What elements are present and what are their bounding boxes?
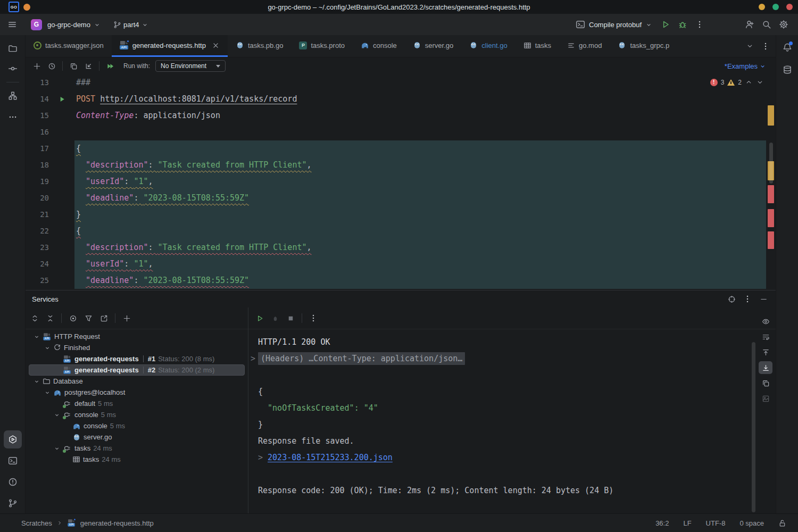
console-scrollbar[interactable]: [752, 342, 755, 512]
structure-tool-button[interactable]: [4, 87, 22, 105]
copy-request-button[interactable]: [66, 59, 80, 73]
warning-stripe-mark[interactable]: [768, 105, 774, 126]
search-everywhere-button[interactable]: [760, 18, 774, 31]
commit-tool-button[interactable]: [4, 60, 22, 78]
project-badge[interactable]: G: [31, 19, 42, 30]
tree-item-default-session[interactable]: default 5 ms: [29, 398, 245, 409]
tree-item-tasks-session[interactable]: tasks 24 ms: [29, 443, 245, 454]
tab-tasks-proto[interactable]: P tasks.proto: [291, 35, 353, 57]
tab-tasks-table[interactable]: tasks: [516, 35, 559, 57]
problems-tool-button[interactable]: [4, 473, 22, 491]
scroll-to-end-button[interactable]: [759, 361, 772, 374]
project-chevron-down-icon[interactable]: [94, 21, 101, 28]
view-options-eye-button[interactable]: [759, 315, 772, 328]
run-all-requests-button[interactable]: [103, 59, 117, 73]
error-stripe-mark[interactable]: [768, 231, 774, 249]
project-name[interactable]: go-grpc-demo: [47, 21, 90, 29]
scroll-to-top-button[interactable]: [759, 346, 772, 359]
services-view-mode-button[interactable]: [725, 292, 738, 306]
tree-item-console-file[interactable]: console 5 ms: [29, 420, 245, 431]
caret-position[interactable]: 36:2: [655, 519, 669, 527]
project-tool-button[interactable]: [4, 39, 22, 57]
soft-wrap-button[interactable]: [759, 330, 772, 343]
response-file-link[interactable]: 2023-08-15T215233.200.json: [268, 453, 393, 462]
code-with-me-button[interactable]: [743, 18, 757, 31]
services-options-kebab-icon[interactable]: [741, 292, 754, 306]
rerun-request-button[interactable]: [253, 311, 267, 325]
debug-request-button[interactable]: [268, 311, 282, 325]
open-in-new-tab-button[interactable]: [97, 311, 111, 325]
unlock-icon[interactable]: [778, 519, 786, 527]
collapse-all-button[interactable]: [43, 311, 57, 325]
tab-tasks-swagger-json[interactable]: tasks.swagger.json: [26, 35, 112, 57]
request-history-button[interactable]: [45, 59, 59, 73]
next-problem-chevron-down-icon[interactable]: [756, 78, 764, 86]
show-image-button[interactable]: [759, 392, 772, 405]
fold-chevron-icon[interactable]: >: [251, 354, 255, 363]
minimize-window-button[interactable]: [759, 4, 765, 10]
add-request-button[interactable]: [30, 59, 44, 73]
main-menu-button[interactable]: [5, 18, 19, 31]
terminal-tool-button[interactable]: [4, 452, 22, 470]
vcs-branch-widget[interactable]: part4: [113, 21, 148, 29]
run-configuration-selector[interactable]: Compile protobuf: [572, 18, 655, 31]
convert-import-button[interactable]: [81, 59, 95, 73]
run-button[interactable]: [659, 18, 672, 31]
more-tool-windows-button[interactable]: [4, 108, 22, 126]
examples-chevron-down-icon: [759, 63, 766, 70]
debug-button[interactable]: [676, 18, 689, 31]
tree-item-request-2[interactable]: API generated-requests #2 Status: 200 (2…: [29, 364, 245, 376]
line-ending[interactable]: LF: [683, 519, 691, 527]
show-options-button[interactable]: [66, 311, 80, 325]
more-actions-button[interactable]: [693, 18, 706, 31]
tab-generated-requests-http[interactable]: API generated-requests.http: [112, 35, 228, 57]
response-headers-folded[interactable]: >(Headers) …Content-Type: application/js…: [248, 351, 776, 367]
services-tool-button[interactable]: [4, 430, 22, 448]
copy-response-button[interactable]: [759, 377, 772, 389]
services-minimize-button[interactable]: [757, 292, 770, 306]
response-console[interactable]: HTTP/1.1 200 OK >(Headers) …Content-Type…: [248, 329, 776, 513]
console-options-kebab-icon[interactable]: [306, 311, 320, 325]
tab-client-go[interactable]: client.go: [461, 35, 515, 57]
tab-console[interactable]: console: [353, 35, 405, 57]
breadcrumb-file[interactable]: generated-requests.http: [80, 519, 154, 527]
inspections-widget[interactable]: ! 3 2: [710, 78, 764, 86]
hidden-tabs-chevron-icon[interactable]: [743, 39, 757, 53]
expand-all-button[interactable]: [28, 311, 41, 325]
environment-select[interactable]: No Environment: [155, 60, 226, 72]
stop-button[interactable]: [284, 311, 297, 325]
tree-item-finished[interactable]: Finished: [29, 342, 245, 353]
editor-scrollbar[interactable]: [769, 143, 773, 184]
tree-item-postgres-localhost[interactable]: postgres@localhost: [29, 387, 245, 398]
services-tree-toolbar: [26, 307, 248, 329]
tree-item-console-session[interactable]: console 5 ms: [29, 409, 245, 420]
filter-button[interactable]: [81, 311, 95, 325]
tab-tasks-pb-go[interactable]: tasks.pb.go: [228, 35, 292, 57]
editor-pane[interactable]: 13 ### 14 POST http://localhost:8081/api…: [26, 74, 776, 290]
close-tab-icon[interactable]: [212, 41, 220, 49]
tab-options-kebab-icon[interactable]: [759, 39, 772, 53]
tab-go-mod[interactable]: go.mod: [559, 35, 610, 57]
error-stripe-mark[interactable]: [768, 185, 774, 203]
tree-item-tasks-table[interactable]: tasks 24 ms: [29, 454, 245, 465]
tree-item-database[interactable]: Database: [29, 376, 245, 387]
examples-dropdown[interactable]: *Examples: [725, 62, 776, 70]
add-service-button[interactable]: [120, 311, 134, 325]
maximize-window-button[interactable]: [772, 4, 779, 10]
notifications-bell-button[interactable]: [778, 39, 796, 57]
indent-setting[interactable]: 0 space: [739, 519, 764, 527]
git-tool-button[interactable]: [4, 494, 22, 512]
close-window-button[interactable]: [786, 4, 793, 10]
file-encoding[interactable]: UTF-8: [706, 519, 726, 527]
tree-item-server-go[interactable]: server.go: [29, 431, 245, 443]
settings-button[interactable]: [777, 18, 791, 31]
breadcrumb-root[interactable]: Scratches: [21, 519, 52, 527]
database-tool-button[interactable]: [778, 61, 796, 79]
run-request-gutter-icon[interactable]: [58, 95, 66, 103]
tree-item-http-request[interactable]: API HTTP Request: [29, 331, 245, 342]
prev-problem-chevron-up-icon[interactable]: [745, 78, 753, 86]
tab-tasks-grpc[interactable]: tasks_grpc.p: [610, 35, 677, 57]
tab-server-go[interactable]: server.go: [405, 35, 461, 57]
tree-item-request-1[interactable]: API generated-requests #1 Status: 200 (8…: [29, 353, 245, 364]
error-stripe-mark[interactable]: [768, 209, 774, 227]
